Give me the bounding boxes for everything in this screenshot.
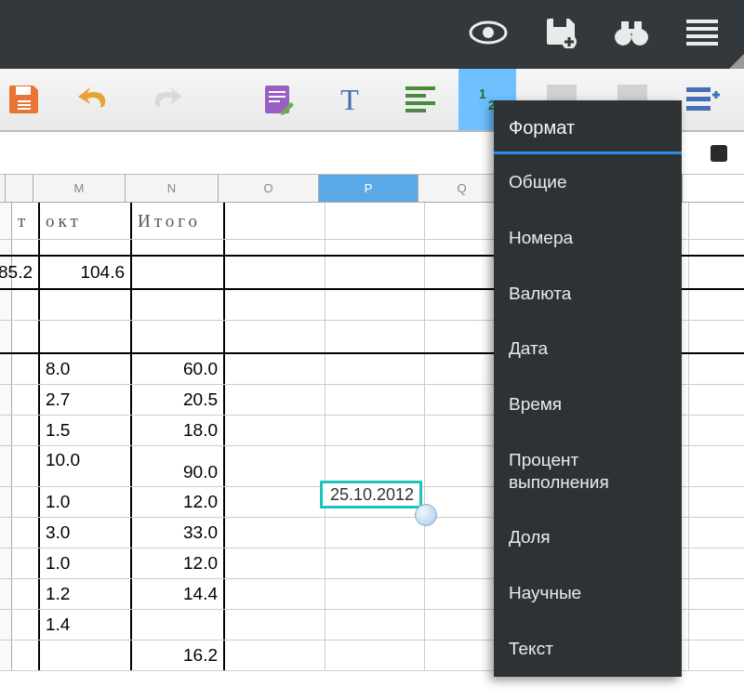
menu-item-scientific[interactable]: Научные [494,565,682,621]
svg-rect-25 [405,109,426,112]
svg-rect-31 [686,97,711,101]
active-cell[interactable]: 25.10.2012 [320,481,422,508]
menu-item-percent[interactable]: Процент выполнения [494,432,682,510]
svg-rect-16 [18,108,31,110]
undo-icon[interactable] [76,81,113,118]
svg-rect-15 [18,104,31,106]
svg-rect-2 [553,19,566,27]
insert-icon[interactable] [684,81,722,118]
svg-rect-23 [405,94,426,98]
selection-handle[interactable] [415,504,437,526]
svg-rect-6 [621,21,629,31]
svg-rect-18 [269,91,286,93]
redo-icon[interactable] [147,81,184,118]
col-header-Q[interactable]: Q [418,175,506,202]
hamburger-icon[interactable] [686,20,718,49]
binoculars-icon[interactable] [614,19,649,50]
svg-text:T: T [340,84,359,115]
note-edit-icon[interactable] [260,81,298,118]
svg-rect-22 [405,86,435,90]
format-menu: Формат Общие Номера Валюта Дата Время Пр… [494,100,682,677]
svg-rect-19 [269,96,286,98]
col-header-P[interactable]: P [319,175,418,202]
col-header-M[interactable]: M [33,175,126,202]
dropdown-button[interactable] [711,145,727,162]
col-header-L[interactable] [6,175,33,202]
svg-rect-7 [634,21,642,31]
menu-item-text[interactable]: Текст [494,621,682,677]
svg-rect-24 [405,101,435,105]
resize-corner[interactable] [729,54,744,69]
text-icon[interactable]: T [331,81,368,118]
svg-rect-9 [686,20,718,23]
align-icon[interactable] [402,81,439,118]
app-topbar [0,0,744,69]
col-header-N[interactable]: N [126,175,219,202]
col-header-O[interactable]: O [219,175,319,202]
svg-rect-32 [686,106,711,111]
svg-rect-13 [16,86,31,95]
svg-rect-14 [18,100,31,102]
eye-icon[interactable] [469,20,508,49]
save-plus-icon[interactable] [545,17,577,52]
svg-rect-10 [686,27,718,31]
format-menu-title: Формат [494,100,682,154]
menu-item-numbers[interactable]: Номера [494,210,682,266]
menu-item-time[interactable]: Время [494,376,682,432]
active-cell-value: 25.10.2012 [330,485,414,505]
svg-point-1 [483,27,494,38]
menu-item-date[interactable]: Дата [494,321,682,376]
svg-rect-11 [686,34,718,38]
menu-item-fraction[interactable]: Доля [494,509,682,565]
menu-item-currency[interactable]: Валюта [494,266,682,322]
svg-text:1: 1 [479,86,486,101]
svg-rect-8 [628,29,635,33]
menu-item-general[interactable]: Общие [494,154,682,210]
save-icon[interactable] [6,81,43,118]
svg-rect-30 [686,87,711,92]
svg-rect-20 [269,100,280,102]
svg-rect-12 [686,42,718,46]
